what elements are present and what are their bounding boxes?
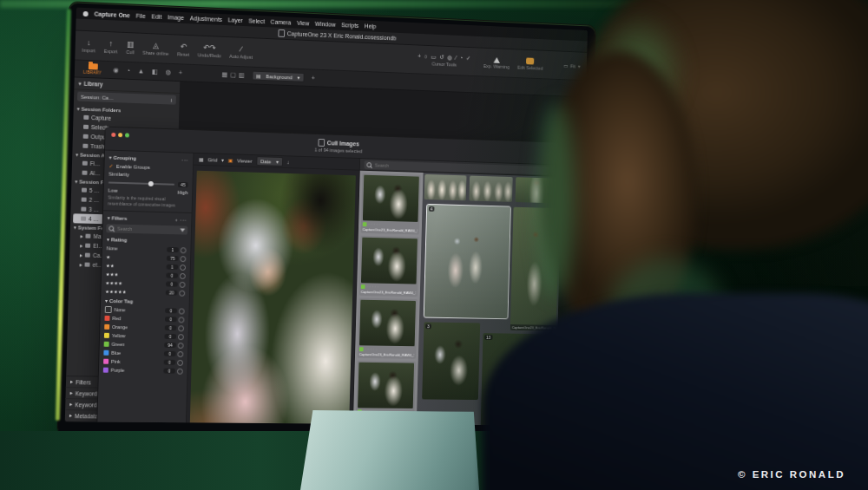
search-input[interactable] [115, 225, 168, 233]
tab-metadata-icon[interactable]: + [179, 69, 183, 76]
menu-help[interactable]: Help [365, 23, 377, 29]
add-and-more-icons[interactable]: + ··· [175, 217, 187, 222]
tab-color-icon[interactable]: ▲ [138, 67, 145, 75]
grid-view-icon[interactable]: ▦ [199, 156, 204, 162]
share-online-button[interactable]: ◬ Share online [142, 41, 169, 56]
filter-toggle[interactable] [177, 350, 183, 356]
viewer-layout-toggles[interactable]: ▦ ▢ ▥ [221, 70, 244, 79]
filter-toggle[interactable] [181, 247, 187, 253]
monitor-stand [300, 410, 479, 490]
viewer-canvas [186, 166, 358, 426]
zoom-fit-control[interactable]: ▭ Fit ▾ [563, 62, 580, 69]
menu-scripts[interactable]: Scripts [341, 22, 358, 29]
window-traffic-lights [111, 133, 129, 138]
viewer-mode-label[interactable]: Viewer [237, 158, 253, 163]
filter-toggle[interactable] [180, 265, 186, 271]
apple-icon[interactable] [83, 10, 89, 16]
export-icon: ↑ [108, 39, 113, 48]
tab-lens-icon[interactable]: ◔ [127, 67, 131, 75]
filter-toggle[interactable] [177, 359, 183, 365]
filmstrip-thumb[interactable]: ••••• CaptureOne23_EricRonald_RAW4_100.C… [361, 173, 421, 235]
menu-view[interactable]: View [297, 20, 309, 26]
draw-tool-icon[interactable]: ⁄ [456, 55, 457, 62]
tab-library[interactable]: LIBRARY [80, 63, 106, 75]
rotate-tool-icon[interactable]: ↺ [439, 54, 444, 61]
filter-toggle[interactable] [178, 325, 184, 331]
close-window-button[interactable] [111, 133, 115, 137]
menu-window[interactable]: Window [315, 21, 336, 28]
list-view-icon[interactable]: ▥ [239, 71, 245, 79]
menu-edit[interactable]: Edit [151, 13, 161, 19]
filters-header[interactable]: ▾ Filters + ··· [103, 212, 192, 225]
color-swatch [103, 368, 108, 373]
filter-toggle[interactable] [177, 368, 183, 374]
search-input[interactable] [373, 161, 424, 170]
crop-tool-icon[interactable]: ▭ [431, 54, 436, 61]
tab-details-icon[interactable]: ◍ [166, 69, 172, 76]
layers-background-select[interactable]: ▤ Background ▾ [252, 71, 304, 82]
more-icon[interactable]: ··· [182, 157, 189, 162]
zoom-tool-icon[interactable]: ○ [424, 53, 428, 60]
sort-direction-icon[interactable]: ↓ [286, 160, 289, 165]
filter-toggle[interactable] [179, 308, 185, 314]
filter-toggle[interactable] [178, 343, 184, 349]
tab-capture-icon[interactable]: ◉ [113, 66, 119, 74]
grid-thumb-selected[interactable]: 4 [424, 205, 510, 318]
edit-selected-button[interactable]: Edit Selected [517, 57, 543, 71]
chevron-right-icon: ▸ [70, 389, 73, 396]
filter-toggle[interactable] [180, 272, 186, 278]
auto-adjust-button[interactable]: ⁄ Auto Adjust [229, 44, 253, 60]
undo-redo-button[interactable]: ↶↷ Undo/Redo [198, 42, 221, 58]
chevron-down-icon: ▾ [78, 80, 81, 87]
filmstrip-thumb[interactable]: ••••• CaptureOne23_EricRonald_RAW4_101.C… [359, 236, 419, 297]
menu-adjustments[interactable]: Adjustments [190, 15, 222, 23]
count-badge: 0 [164, 351, 176, 356]
filmstrip-thumb[interactable]: ••••• CaptureOne23_EricRonald_RAW4_102.C… [358, 298, 418, 359]
reset-button[interactable]: ↶ Reset [177, 42, 189, 56]
grid-thumb[interactable]: 3 [422, 322, 480, 400]
menu-camera[interactable]: Camera [271, 19, 292, 26]
sort-by-select[interactable]: Date ▾ [256, 156, 283, 167]
chevron-down-icon: ▾ [76, 151, 78, 157]
multi-view-icon[interactable]: ▦ [221, 70, 227, 78]
menu-file[interactable]: File [136, 13, 146, 19]
more-icon[interactable]: ··· [551, 168, 557, 173]
filter-toggle[interactable] [178, 334, 184, 340]
mark-tool-icon[interactable]: ✓ [466, 56, 471, 62]
grid-thumb[interactable] [516, 177, 559, 203]
menu-select[interactable]: Select [248, 17, 265, 24]
filters-search-field[interactable] [106, 224, 187, 234]
filter-toggle[interactable] [179, 290, 185, 296]
filter-toggle[interactable] [178, 317, 184, 323]
tab-exposure-icon[interactable]: ◧ [152, 68, 158, 75]
menu-image[interactable]: Image [168, 14, 184, 21]
single-view-icon[interactable]: ▢ [230, 71, 236, 79]
minimize-window-button[interactable] [118, 133, 122, 137]
exposure-warning-button[interactable]: Exp. Warning [483, 56, 510, 69]
viewer-mode-icon[interactable]: ▣ [228, 157, 233, 163]
grid-thumb[interactable] [424, 174, 467, 200]
grid-thumb[interactable]: CaptureOne23_EricRonald_RAW4_033.CR3 [510, 207, 560, 331]
document-icon [318, 139, 325, 147]
zoom-window-button[interactable] [125, 133, 129, 137]
grid-thumb[interactable]: 13 [480, 333, 556, 426]
filter-toggle[interactable] [180, 256, 186, 262]
pick-tool-icon[interactable]: ◔ [459, 55, 463, 62]
background-shadow [668, 0, 868, 286]
export-button[interactable]: ↑ Export [104, 39, 118, 55]
slider-knob[interactable] [148, 181, 154, 186]
filter-toggle[interactable] [180, 281, 186, 287]
import-button[interactable]: ↓ Import [82, 38, 95, 54]
slider-track[interactable] [108, 182, 174, 186]
add-layer-button[interactable]: + [312, 74, 316, 82]
document-icon [278, 29, 285, 37]
cull-button[interactable]: ▥ Cull [126, 40, 135, 55]
menu-capture-one[interactable]: Capture One [94, 10, 129, 18]
menu-layer[interactable]: Layer [228, 16, 243, 23]
color-filter-purple[interactable]: Purple 0 [99, 366, 187, 376]
pan-tool-icon[interactable]: + [418, 53, 421, 60]
grid-view-label[interactable]: Grid [207, 157, 217, 162]
cursor-tools-icons[interactable]: +○▭↺◍⁄◔✓ [418, 53, 470, 62]
grid-thumb[interactable] [469, 176, 512, 202]
spot-tool-icon[interactable]: ◍ [447, 55, 452, 62]
